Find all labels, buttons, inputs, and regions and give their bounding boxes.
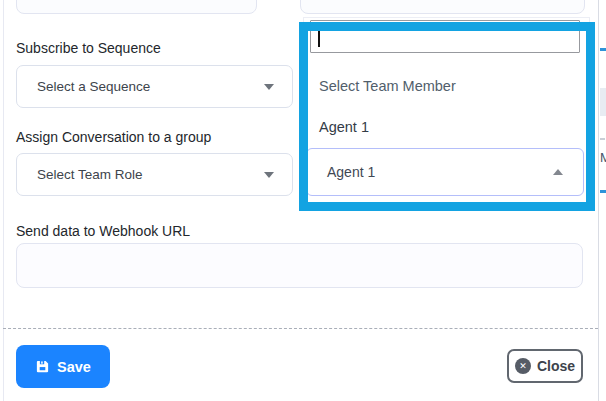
chevron-up-icon	[553, 169, 563, 175]
close-button[interactable]: ✕ Close	[507, 349, 583, 383]
modal-left-border	[3, 0, 4, 401]
subscribe-sequence-label: Subscribe to Sequence	[16, 40, 161, 56]
assign-group-label: Assign Conversation to a group	[16, 129, 211, 145]
edge-gray-dash	[600, 138, 605, 140]
top-right-partial-input[interactable]	[300, 0, 585, 14]
team-member-selected-value: Agent 1	[327, 164, 375, 180]
webhook-url-input[interactable]	[16, 243, 583, 288]
webhook-url-label: Send data to Webhook URL	[16, 223, 190, 239]
modal-right-border	[598, 0, 599, 401]
sequence-select-placeholder: Select a Sequence	[37, 79, 150, 94]
edge-gray-block	[600, 88, 606, 116]
team-member-select[interactable]: Agent 1	[306, 148, 584, 196]
footer-divider	[3, 328, 598, 329]
text-caret	[318, 28, 320, 47]
team-role-select-placeholder: Select Team Role	[37, 167, 143, 182]
save-icon	[35, 359, 50, 374]
sequence-select[interactable]: Select a Sequence	[16, 65, 293, 108]
close-button-label: Close	[537, 358, 575, 374]
save-button-label: Save	[57, 359, 91, 375]
team-role-select[interactable]: Select Team Role	[16, 153, 293, 196]
chevron-down-icon	[264, 84, 274, 90]
dropdown-option-select-team-member[interactable]: Select Team Member	[303, 73, 590, 99]
top-left-partial-input[interactable]	[16, 0, 257, 14]
close-circle-x-icon: ✕	[515, 358, 531, 374]
team-member-search-input[interactable]	[310, 20, 580, 53]
edge-partial-text: M	[600, 150, 606, 165]
save-button[interactable]: Save	[16, 345, 110, 388]
edge-blue-dash	[600, 48, 606, 51]
modal-dialog: Subscribe to Sequence Select a Sequence …	[0, 0, 606, 401]
dropdown-option-agent-1[interactable]: Agent 1	[303, 114, 590, 140]
chevron-down-icon	[264, 172, 274, 178]
edge-blue-dash	[600, 190, 606, 193]
